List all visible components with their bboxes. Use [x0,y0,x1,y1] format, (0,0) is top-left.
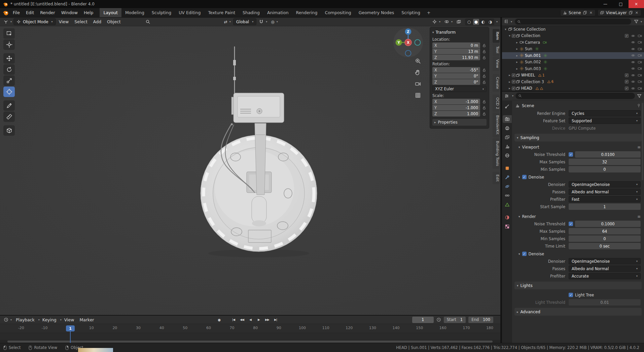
location-x-field[interactable]: X0 m [432,42,480,48]
properties-tab-tool[interactable] [503,102,512,110]
properties-tab-viewlayer[interactable] [503,133,512,141]
preset-menu-icon[interactable]: ≡ [637,145,641,150]
maximize-button[interactable]: □ [613,0,629,8]
disable-render-icon[interactable] [638,73,642,77]
workspace-tab-compositing[interactable]: Compositing [321,8,355,17]
auto-key-button[interactable]: ● [215,316,223,323]
render-passes-dropdown[interactable]: Albedo and Normal▾ [569,265,641,272]
hide-eye-icon[interactable] [631,40,635,44]
play-reverse-button[interactable]: ◀ [247,316,254,323]
timeline-menu-marker[interactable]: Marker [77,317,97,322]
expand-icon[interactable]: ▸ [507,87,512,90]
properties-tab-data[interactable] [503,201,512,209]
disable-render-icon[interactable] [638,79,642,84]
workspace-tab-scripting[interactable]: Scripting [398,8,424,17]
breadcrumb-scene[interactable]: Scene [522,103,534,108]
viewport-menu-view[interactable]: View [56,19,72,24]
shading-solid-button[interactable]: ● [473,19,479,25]
hide-eye-icon[interactable] [631,86,635,91]
npanel-tab-edit[interactable]: Edit [493,172,500,184]
exclude-checkbox[interactable]: ✓ [625,73,629,77]
viewport-noise-threshold-field[interactable]: 0.0100 [575,151,641,158]
lights-panel-header[interactable]: ▾ Lights [514,282,642,289]
outliner-row-collection[interactable]: ▾ ✓ Collection ✓ [502,33,644,39]
hide-eye-icon[interactable] [631,79,635,84]
outliner-row-sun[interactable]: ▸ Sun [502,46,644,53]
end-frame-field[interactable]: End 100 [468,317,493,323]
playhead-frame-badge[interactable]: 1 [66,325,75,331]
menu-render[interactable]: Render [37,8,58,17]
new-scene-icon[interactable] [583,10,587,15]
tool-move[interactable] [3,53,15,64]
timeline-editor-button[interactable]: ▾ [2,316,13,323]
tool-rotate[interactable] [3,64,15,75]
disable-render-icon[interactable] [638,53,642,58]
viewport-menu-add[interactable]: Add [91,19,104,24]
render-noise-threshold-checkbox[interactable]: ✓ [569,222,573,226]
viewport-passes-dropdown[interactable]: Albedo and Normal▾ [569,189,641,195]
tool-add-cube[interactable] [3,125,15,136]
expand-icon[interactable]: ▸ [515,54,519,57]
shading-wireframe-button[interactable]: ○ [466,19,472,25]
viewport-prefilter-dropdown[interactable]: Fast▾ [569,196,641,202]
outliner-row-sun-001[interactable]: ▸ Sun.001 [502,52,644,59]
filter-icon[interactable] [637,94,642,98]
npanel-tab-tool[interactable]: Tool [493,43,500,56]
disable-render-icon[interactable] [638,40,642,44]
scale-x-field[interactable]: X-1.000 [432,99,480,104]
workspace-tab-sculpting[interactable]: Sculpting [148,8,175,17]
current-frame-field[interactable]: 1 [412,317,434,323]
playhead-line[interactable] [70,331,71,343]
snap-button[interactable]: ▾ [257,18,269,25]
collection-checkbox[interactable]: ✓ [512,73,515,77]
npanel-tab-view[interactable]: View [493,57,500,71]
minimize-button[interactable]: — [598,0,613,8]
workspace-tab-shading[interactable]: Shading [239,8,263,17]
xray-toggle-button[interactable] [455,18,463,25]
outliner-row-wheel[interactable]: ▸ ✓ WHEEL 1 ✓ [502,72,644,79]
render-noise-threshold-field[interactable]: 0.1000 [575,221,641,227]
prev-keyframe-button[interactable]: ◀◀ [238,316,246,323]
render-subpanel-header[interactable]: ▾ Render ≡ [512,213,644,220]
workspace-tab-layout[interactable]: Layout [100,8,121,17]
tool-transform[interactable] [3,87,15,97]
viewport-denoise-checkbox[interactable]: ✓ [522,175,527,179]
navigation-gizmo[interactable]: Z Y X [392,26,424,59]
shading-options-chevron[interactable]: ▾ [496,20,498,23]
outliner-editor-icon[interactable] [504,19,509,24]
tool-cursor[interactable] [3,39,15,50]
timeline-menu-keying[interactable]: Keying [40,317,59,322]
preset-menu-icon[interactable]: ≡ [637,214,641,219]
npanel-tab-blenderkit[interactable]: BlenderKit [493,113,500,137]
start-sample-field[interactable]: 1 [569,203,641,210]
lock-icon[interactable] [482,100,487,104]
viewport-menu-object[interactable]: Object [104,19,123,24]
exclude-checkbox[interactable]: ✓ [625,87,629,90]
hide-eye-icon[interactable] [631,66,635,71]
hide-eye-icon[interactable] [631,34,635,38]
lock-icon[interactable] [482,80,487,84]
collection-checkbox[interactable]: ✓ [512,87,515,90]
expand-icon[interactable]: ▸ [507,73,512,77]
outliner-row-sun-003[interactable]: ▸ Sun.003 [502,65,644,72]
render-max-samples-field[interactable]: 64 [569,228,641,234]
lock-icon[interactable] [482,106,487,110]
viewport-menu-select[interactable]: Select [72,19,90,24]
timeline-menu-view[interactable]: View [62,317,77,322]
timeline-scrollbar[interactable] [0,340,500,343]
location-z-field[interactable]: Z11.93 m [432,55,480,60]
camera-view-button[interactable] [414,79,422,88]
render-engine-dropdown[interactable]: Cycles▾ [569,110,641,117]
expand-icon[interactable]: ▸ [515,47,519,51]
disable-render-icon[interactable] [638,66,642,71]
lock-icon[interactable] [482,74,487,78]
disable-render-icon[interactable] [638,86,642,91]
lock-icon[interactable] [482,50,487,54]
viewport-max-samples-field[interactable]: 32 [569,159,641,165]
orientation-dropdown[interactable]: Global ▾ [233,18,256,25]
render-denoise-header[interactable]: ▾ ✓ Denoise [512,250,644,257]
outliner-row-head[interactable]: ▸ ✓ HEAD ✓ [502,85,644,91]
expand-icon[interactable]: ▸ [515,60,519,64]
properties-subpanel-header[interactable]: ▸ Properties [432,119,487,126]
scale-y-field[interactable]: Y-1.000 [432,105,480,110]
